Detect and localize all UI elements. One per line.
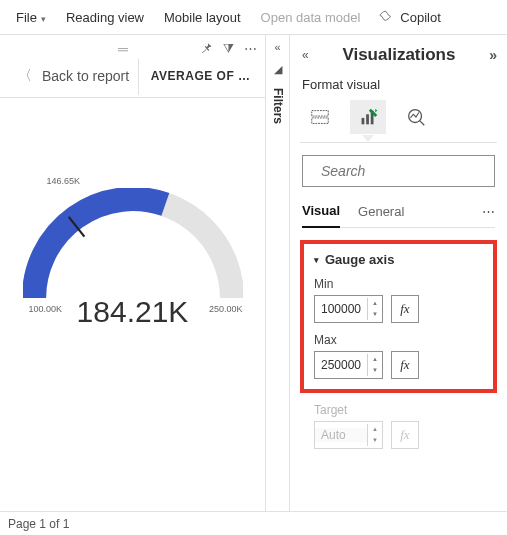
target-fx-button: fx [391,421,419,449]
top-menu: File▾ Reading view Mobile layout Open da… [0,0,507,34]
expand-pane-icon[interactable]: » [489,47,497,63]
target-input [315,428,367,442]
grid-icon [309,106,331,128]
visualizations-pane: « Visualizations » Format visual Visual … [290,35,507,511]
pin-icon[interactable]: 📌︎ [200,41,213,57]
menu-open-data-model: Open data model [251,4,371,31]
pane-title: Visualizations [342,45,455,65]
tab-build-visual[interactable] [302,100,338,134]
min-step-up[interactable]: ▲ [368,298,382,309]
visual-header: ═ 📌︎ ⧩ ⋯ [0,35,265,57]
menu-reading-view[interactable]: Reading view [56,4,154,31]
gauge-needle-label: 146.65K [47,176,81,186]
svg-rect-1 [312,111,329,117]
svg-rect-2 [312,118,329,124]
gauge-min-label: 100.00K [29,304,63,314]
filters-pane-collapsed[interactable]: « ◢ Filters [266,35,290,511]
collapse-pane-icon[interactable]: « [302,48,309,62]
analytics-icon [405,106,427,128]
chevron-down-icon: ▾ [314,255,319,265]
filter-icon: ◢ [274,63,282,76]
max-step-up[interactable]: ▲ [368,354,382,365]
section-title: Gauge axis [325,252,394,267]
chevron-left-icon: 〈 [18,67,32,85]
chevron-down-icon: ▾ [41,14,46,24]
filters-label: Filters [271,88,285,124]
max-input-wrap: ▲▼ [314,351,383,379]
gauge-max-label: 250.00K [209,304,243,314]
target-label: Target [314,403,487,417]
gauge-axis-section: ▾ Gauge axis Min ▲▼ fx Max [300,240,497,393]
svg-line-7 [420,121,425,126]
filter-icon[interactable]: ⧩ [223,41,234,57]
drag-handle-icon[interactable]: ═ [118,41,130,57]
min-label: Min [314,277,483,291]
subtab-more-icon[interactable]: ⋯ [482,204,495,227]
search-input[interactable] [319,162,500,180]
more-icon[interactable]: ⋯ [244,41,257,57]
format-mode-tabs [300,98,497,143]
menu-mobile-layout[interactable]: Mobile layout [154,4,251,31]
max-fx-button[interactable]: fx [391,351,419,379]
subtab-general[interactable]: General [358,204,404,227]
section-header-gauge-axis[interactable]: ▾ Gauge axis [314,252,483,267]
min-input-wrap: ▲▼ [314,295,383,323]
back-to-report[interactable]: 〈 Back to report [0,57,138,97]
subtab-visual[interactable]: Visual [302,203,340,228]
max-label: Max [314,333,483,347]
menu-file[interactable]: File▾ [6,4,56,31]
chevron-left-icon: « [274,41,280,53]
target-step-down: ▼ [368,435,382,446]
status-bar: Page 1 of 1 [0,511,507,535]
copilot-icon [378,9,394,25]
max-step-down[interactable]: ▼ [368,365,382,376]
format-icon [357,106,379,128]
max-input[interactable] [315,358,367,372]
min-input[interactable] [315,302,367,316]
min-fx-button[interactable]: fx [391,295,419,323]
visual-title: AVERAGE OF … [138,59,265,95]
tab-analytics[interactable] [398,100,434,134]
svg-rect-3 [362,118,365,124]
gauge-arc [23,188,243,309]
format-search[interactable] [302,155,495,187]
target-input-wrap: ▲▼ [314,421,383,449]
svg-rect-4 [366,114,369,124]
format-subtabs: Visual General ⋯ [302,203,495,228]
tab-format-visual[interactable] [350,100,386,134]
target-step-up: ▲ [368,424,382,435]
back-label: Back to report [42,68,129,84]
min-step-down[interactable]: ▼ [368,309,382,320]
menu-copilot[interactable]: Copilot [370,3,448,31]
report-canvas: ═ 📌︎ ⧩ ⋯ 〈 Back to report AVERAGE OF … 1… [0,35,266,511]
page-indicator: Page 1 of 1 [8,517,69,531]
pane-subtitle: Format visual [302,77,497,92]
gauge-visual[interactable]: 146.65K 100.00K 250.00K 184.21K [0,98,265,511]
